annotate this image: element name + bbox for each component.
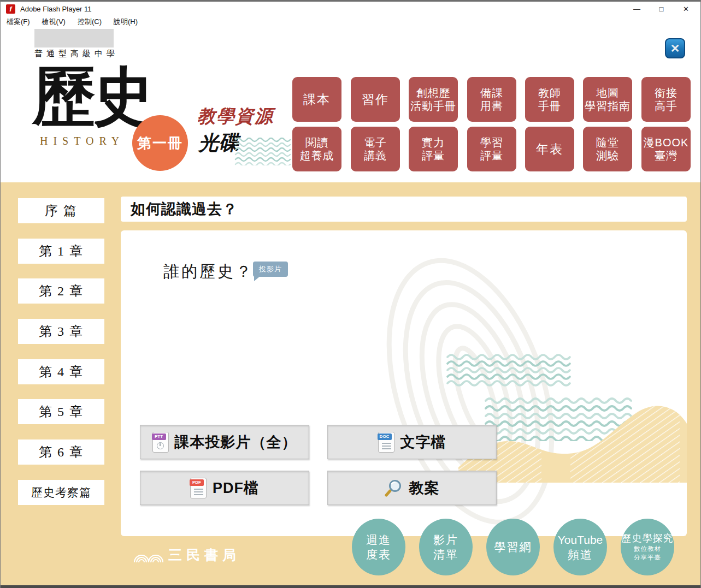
doc-file-icon: DOC — [378, 432, 394, 453]
resource-button-timeline[interactable]: 年表 — [525, 127, 574, 171]
button-label: 漫BOOK — [644, 136, 689, 149]
action-label: 文字檔 — [400, 432, 446, 452]
resource-button-learning-assessment[interactable]: 學習評量 — [467, 127, 516, 171]
masthead: 普通型高級中學 歷史 HISTORY 第一冊 教學資源 光碟 ✕ 課本 習作 創… — [1, 28, 700, 182]
maximize-button[interactable]: □ — [649, 2, 674, 16]
circle-label: 影片 — [433, 532, 458, 547]
close-window-button[interactable]: ✕ — [674, 2, 698, 16]
volume-badge: 第一冊 — [132, 115, 188, 171]
app-close-button[interactable]: ✕ — [665, 38, 685, 58]
sidebar-item-chapter-4[interactable]: 第 4 章 — [18, 359, 104, 384]
circle-history-inquiry[interactable]: 歷史學探究 數位教材 分享平臺 — [621, 519, 674, 575]
action-label: 教案 — [409, 478, 440, 498]
action-text-file-button[interactable]: DOC 文字檔 — [327, 425, 497, 459]
action-label: 課本投影片（全） — [175, 432, 297, 452]
button-label: 學習 — [480, 136, 503, 149]
minimize-button[interactable]: — — [625, 2, 649, 16]
slides-tag-pointer — [254, 276, 260, 281]
button-label: 實力 — [422, 136, 445, 149]
pdf-badge: PDF — [190, 479, 204, 486]
window-title: Adobe Flash Player 11 — [20, 5, 92, 13]
sidebar-item-preface[interactable]: 序 篇 — [18, 198, 104, 223]
circle-label: YouTube — [558, 532, 603, 547]
button-label: 電子 — [364, 136, 387, 149]
resource-button-quiz[interactable]: 隨堂測驗 — [583, 127, 632, 171]
action-pdf-file-button[interactable]: PDF PDF檔 — [140, 471, 309, 505]
sidebar-item-chapter-3[interactable]: 第 3 章 — [18, 319, 104, 344]
button-label: 地圖 — [596, 86, 619, 99]
resource-button-map-study-guide[interactable]: 地圖學習指南 — [583, 77, 632, 122]
resource-button-teacher-manual[interactable]: 教師手冊 — [525, 77, 574, 122]
ppt-file-icon: PTT — [152, 432, 169, 453]
circle-youtube-channel[interactable]: YouTube 頻道 — [553, 519, 607, 575]
pie-glyph — [157, 442, 164, 449]
history-logo-title: 歷史 — [32, 65, 152, 128]
button-label: 教師 — [538, 86, 561, 99]
resource-button-activity-handbook[interactable]: 創想歷活動手冊 — [409, 77, 458, 122]
resource-button-reading-development[interactable]: 閱讀超養成 — [292, 127, 341, 171]
action-slides-all-button[interactable]: PTT 課本投影片（全） — [140, 425, 309, 459]
window-controls: — □ ✕ — [625, 2, 698, 16]
resource-button-workbook[interactable]: 習作 — [351, 77, 400, 122]
menu-bar: 檔案(F) 檢視(V) 控制(C) 說明(H) — [1, 16, 700, 28]
sidebar-item-chapter-1[interactable]: 第 1 章 — [18, 239, 104, 264]
section-header: 如何認識過去？ — [121, 197, 687, 222]
button-label: 創想歷 — [416, 86, 451, 99]
circle-video-list[interactable]: 影片 清單 — [419, 519, 473, 575]
resource-button-comic-book-taiwan[interactable]: 漫BOOK臺灣 — [641, 127, 691, 171]
window-bottom-edge — [1, 585, 700, 588]
button-label: 備課 — [480, 86, 503, 99]
button-label: 習作 — [362, 92, 389, 107]
publisher-name: 三民書局 — [168, 546, 240, 564]
wave-watermark-icon — [446, 354, 577, 390]
ppt-badge: PTT — [152, 433, 166, 440]
section-title: 如何認識過去？ — [131, 199, 238, 219]
action-lesson-plan-button[interactable]: 教案 — [327, 471, 497, 505]
resource-button-e-lecture-notes[interactable]: 電子講義 — [351, 127, 400, 171]
window-titlebar: f Adobe Flash Player 11 — □ ✕ — [1, 2, 700, 16]
doc-badge: DOC — [378, 433, 392, 440]
button-label: 隨堂 — [596, 136, 619, 149]
flash-player-window: f Adobe Flash Player 11 — □ ✕ 檔案(F) 檢視(V… — [0, 0, 701, 588]
sidebar-item-chapter-5[interactable]: 第 5 章 — [18, 399, 104, 424]
resource-button-textbook[interactable]: 課本 — [292, 77, 341, 122]
resource-button-lesson-prep-book[interactable]: 備課用書 — [467, 77, 516, 122]
circle-label: 歷史學探究 — [622, 532, 674, 545]
menu-view[interactable]: 檢視(V) — [36, 16, 72, 28]
action-label: PDF檔 — [213, 478, 259, 498]
sidebar-item-field-study[interactable]: 歷史考察篇 — [18, 480, 104, 505]
tagline-resource: 教學資源 — [197, 104, 274, 129]
school-type-label: 普通型高級中學 — [34, 49, 119, 59]
menu-help[interactable]: 說明(H) — [108, 16, 144, 28]
publisher-arches-icon — [133, 547, 164, 563]
button-label: 課本 — [303, 92, 331, 107]
sidebar-item-chapter-6[interactable]: 第 6 章 — [18, 439, 104, 465]
tagline-disc: 光碟 — [198, 129, 239, 157]
circle-learning-site[interactable]: 學習網 — [486, 519, 540, 575]
magnifier-icon — [385, 479, 403, 497]
publisher-logo-redacted — [34, 29, 114, 47]
wave-decoration-icon — [234, 137, 296, 165]
menu-control[interactable]: 控制(C) — [72, 16, 108, 28]
resource-button-proficiency-assessment[interactable]: 實力評量 — [409, 127, 458, 171]
button-label: 閱讀 — [305, 136, 328, 149]
sidebar-item-chapter-2[interactable]: 第 2 章 — [18, 278, 104, 304]
circle-weekly-schedule[interactable]: 週進 度表 — [352, 519, 405, 575]
resource-button-bridging-expert[interactable]: 銜接高手 — [641, 77, 691, 122]
menu-file[interactable]: 檔案(F) — [1, 16, 36, 28]
content-panel: 誰的歷史？ 投影片 PTT 課本投影片（全） DOC 文字檔 PDF PDF檔 — [121, 230, 687, 536]
slides-tag: 投影片 — [253, 262, 288, 277]
wave-watermark-icon — [484, 397, 637, 441]
button-label: 年表 — [536, 141, 563, 157]
button-label: 銜接 — [655, 86, 678, 99]
circle-label: 學習網 — [494, 539, 532, 554]
history-logo-subtitle: HISTORY — [40, 135, 125, 147]
flash-player-icon: f — [6, 4, 15, 14]
circle-label: 週進 — [366, 532, 391, 547]
topic-title: 誰的歷史？ — [163, 261, 254, 283]
pdf-file-icon: PDF — [190, 478, 207, 498]
publisher-logo: 三民書局 — [133, 546, 240, 564]
